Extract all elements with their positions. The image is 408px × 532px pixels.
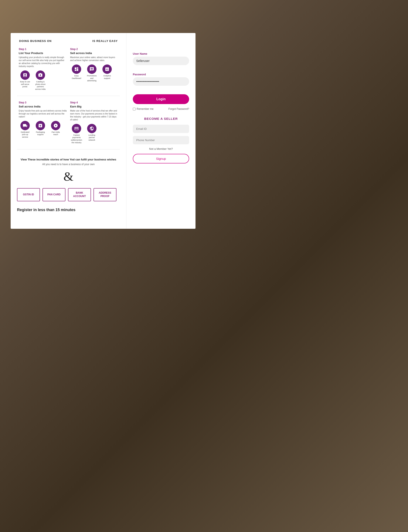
doc-address: ADDRESSPROOF — [94, 188, 117, 201]
icon-self-serve: Easy to useself-serve portal. — [19, 71, 32, 91]
step-3-block: Step 3 Sell across India Enjoy hassle-fr… — [17, 101, 68, 144]
main-card: DOING BUSINESS ON IS REALLY EASY Step 1 … — [11, 33, 196, 229]
ampersand-symbol: & — [17, 169, 120, 184]
camera-icon — [36, 71, 45, 80]
remember-row: Remember me Forgot Password? — [133, 107, 189, 110]
icon-lending: Lending partnernetwork — [85, 124, 98, 144]
doing-business-text: DOING BUSINESS ON — [19, 39, 52, 43]
doing-business-header: DOING BUSINESS ON IS REALLY EASY — [17, 39, 120, 43]
step-4-label: Step 4 — [70, 101, 118, 104]
step-3-title: Sell across India — [19, 105, 67, 108]
icon-analytics: Analyticssupport — [101, 64, 113, 82]
icon-pickup: Dedicatedpick-up service — [19, 121, 32, 139]
step-4-desc: Make use of the host of services that we… — [70, 109, 118, 121]
right-panel: User Name Password Login Remember me For… — [127, 33, 196, 229]
packaging-icon — [36, 121, 45, 130]
phone-input[interactable] — [133, 136, 189, 144]
icon-panindia: Pan-India reach — [49, 121, 62, 139]
step-1-desc: Uploading your products is really simple… — [19, 56, 67, 68]
step-1-icons: Easy to useself-serve portal. Catalog & … — [19, 71, 67, 91]
panindia-label: Pan-India reach — [49, 131, 62, 136]
pickup-label: Dedicatedpick-up service — [19, 131, 32, 139]
icon-dashboard: EasyDashboard — [70, 64, 83, 82]
payments-icon — [72, 124, 81, 133]
icon-catalog: Catalog & photo-shootpartners across Ind… — [34, 71, 47, 91]
password-label: Password — [133, 73, 189, 76]
doc-gstin: GSTIN ID — [17, 188, 40, 201]
remember-me-label[interactable]: Remember me — [133, 107, 153, 110]
self-serve-icon — [20, 71, 30, 80]
steps-row-3-4: Step 3 Sell across India Enjoy hassle-fr… — [17, 101, 120, 149]
analytics-label: Analyticssupport — [103, 75, 111, 80]
stories-section: View These incredible stories of how Yod… — [17, 154, 120, 212]
catalog-label: Catalog & photo-shootpartners across Ind… — [34, 81, 47, 91]
step-1-label: Step 1 — [19, 48, 67, 51]
step-3-desc: Enjoy hassle-free pick-up and delivery a… — [19, 109, 67, 118]
icon-payments: Fastest paymentssettlementsin the indust… — [70, 124, 83, 144]
step-4-title: Earn Big — [70, 105, 118, 108]
remember-me-checkbox[interactable] — [133, 108, 136, 110]
icon-promotions: Promotionsand advertising — [85, 64, 98, 82]
step-4-icons: Fastest paymentssettlementsin the indust… — [70, 124, 118, 144]
step-2-title: Sell across India — [70, 52, 118, 55]
payments-label: Fastest paymentssettlementsin the indust… — [70, 134, 83, 144]
forgot-password-link[interactable]: Forgot Password? — [169, 107, 189, 110]
analytics-icon — [102, 64, 112, 74]
login-button[interactable]: Login — [133, 94, 189, 104]
username-label: User Name — [133, 52, 189, 55]
step-2-icons: EasyDashboard Promotionsand advertising … — [70, 64, 118, 82]
self-serve-label: Easy to useself-serve portal. — [19, 81, 32, 88]
promotions-label: Promotionsand advertising — [85, 75, 98, 82]
documents-row: GSTIN ID PAN CARD BANKACCOUNT ADDRESSPRO… — [17, 188, 120, 201]
become-seller-heading: BECOME A SELLER — [133, 117, 189, 120]
is-really-easy-text: IS REALLY EASY — [93, 39, 118, 43]
doc-pan: PAN CARD — [42, 188, 66, 201]
email-input[interactable] — [133, 125, 189, 133]
step-4-block: Step 4 Earn Big Make use of the host of … — [68, 101, 120, 144]
lending-icon — [87, 124, 96, 133]
step-3-label: Step 3 — [19, 101, 67, 104]
packaging-label: Packaging support — [34, 131, 47, 136]
stories-subtitle: All you need is to have a business of yo… — [17, 163, 120, 166]
step-2-desc: Maximise your online sales; attract more… — [70, 56, 118, 62]
register-title: Register in less than 15 minutes — [17, 208, 120, 212]
lending-label: Lending partnernetwork — [85, 134, 98, 142]
promotions-icon — [87, 64, 96, 74]
step-1-block: Step 1 List Your Products Uploading your… — [17, 48, 68, 91]
doc-bank: BANKACCOUNT — [68, 188, 91, 201]
dashboard-icon — [72, 64, 81, 74]
not-member-text: Not a Member Yet? — [133, 147, 189, 151]
dashboard-label: EasyDashboard — [72, 75, 81, 80]
left-panel: DOING BUSINESS ON IS REALLY EASY Step 1 … — [11, 33, 127, 229]
step-2-label: Step 2 — [70, 48, 118, 51]
pickup-icon — [20, 121, 30, 130]
icon-packaging: Packaging support — [34, 121, 47, 139]
step-1-title: List Your Products — [19, 52, 67, 55]
signup-button[interactable]: Signup — [133, 154, 189, 163]
step-2-block: Step 2 Sell across India Maximise your o… — [68, 48, 120, 91]
password-input[interactable] — [133, 77, 189, 86]
panindia-icon — [51, 121, 60, 130]
steps-row-1-2: Step 1 List Your Products Uploading your… — [17, 48, 120, 96]
step-3-icons: Dedicatedpick-up service Packaging suppo… — [19, 121, 67, 139]
stories-title: View These incredible stories of how Yod… — [17, 158, 120, 161]
username-input[interactable] — [133, 57, 189, 65]
